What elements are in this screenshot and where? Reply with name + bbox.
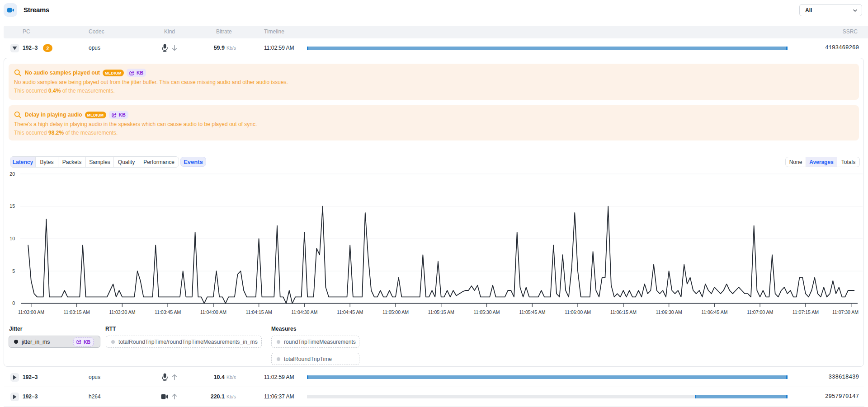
svg-text:11:06:15 AM: 11:06:15 AM [610, 309, 637, 315]
svg-text:11:06:00 AM: 11:06:00 AM [565, 309, 591, 315]
svg-text:0: 0 [12, 300, 15, 306]
svg-text:11:05:00 AM: 11:05:00 AM [382, 309, 409, 315]
svg-text:5: 5 [12, 268, 15, 274]
svg-text:11:07:00 AM: 11:07:00 AM [747, 309, 773, 315]
svg-text:11:03:30 AM: 11:03:30 AM [109, 309, 135, 315]
svg-text:11:05:15 AM: 11:05:15 AM [428, 309, 454, 315]
svg-text:20: 20 [9, 171, 15, 177]
svg-text:11:05:45 AM: 11:05:45 AM [519, 309, 545, 315]
svg-text:11:03:45 AM: 11:03:45 AM [155, 309, 181, 315]
svg-text:11:04:15 AM: 11:04:15 AM [246, 309, 272, 315]
svg-text:15: 15 [9, 203, 15, 209]
svg-text:11:06:45 AM: 11:06:45 AM [701, 309, 727, 315]
svg-text:11:04:00 AM: 11:04:00 AM [200, 309, 226, 315]
svg-text:11:04:30 AM: 11:04:30 AM [291, 309, 317, 315]
svg-text:10: 10 [9, 236, 15, 241]
svg-text:11:07:30 AM: 11:07:30 AM [832, 309, 859, 315]
svg-text:11:06:30 AM: 11:06:30 AM [656, 309, 682, 315]
svg-text:11:03:00 AM: 11:03:00 AM [18, 309, 44, 315]
svg-text:11:03:15 AM: 11:03:15 AM [64, 309, 90, 315]
svg-text:11:04:45 AM: 11:04:45 AM [337, 309, 363, 315]
svg-text:11:05:30 AM: 11:05:30 AM [473, 309, 500, 315]
svg-text:11:07:15 AM: 11:07:15 AM [793, 309, 819, 315]
